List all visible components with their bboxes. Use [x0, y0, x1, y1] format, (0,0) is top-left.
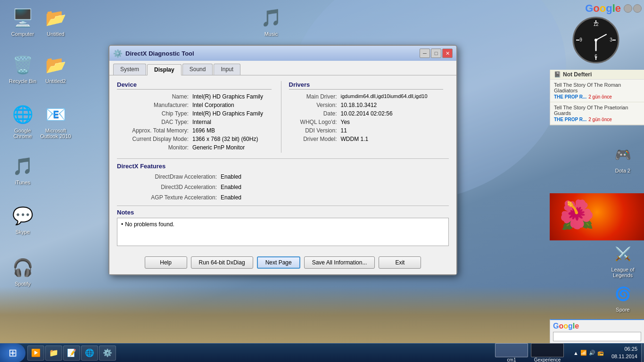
notes-title: Notes — [117, 209, 449, 216]
dx-directdraw-row: DirectDraw Acceleration: Enabled — [117, 173, 449, 180]
driver-model-row: Driver Model: WDDM 1.1 — [289, 136, 444, 142]
tab-display[interactable]: Display — [147, 64, 182, 75]
clock-display[interactable]: 06:25 08.11.2014 — [608, 346, 641, 360]
google-maximize-btn[interactable] — [633, 4, 642, 13]
close-button[interactable]: ✕ — [442, 49, 453, 58]
tab-system[interactable]: System — [113, 64, 146, 75]
desktop-icon-untitled[interactable]: 📂 Untitled — [37, 5, 74, 39]
drivers-section: Drivers Main Driver: igdumdim64.dll,igd1… — [285, 81, 449, 153]
desktop-icon-music[interactable]: 🎵 Music — [252, 5, 290, 39]
dialog-titlebar: ⚙️ DirectX Diagnostic Tool ─ □ ✕ — [109, 46, 456, 61]
device-section-title: Device — [117, 81, 272, 90]
drivers-section-title: Drivers — [289, 81, 444, 90]
save-all-button[interactable]: Save All Information... — [304, 256, 375, 269]
taskbar-btn-chrome-tray[interactable]: 🌐 — [81, 346, 98, 361]
dx-features-title: DirectX Features — [117, 163, 449, 170]
driver-date-row: Date: 10.02.2014 02:02:56 — [289, 110, 444, 117]
svg-text:6: 6 — [594, 54, 597, 59]
desktop-icon-spore[interactable]: 🌀 Spore — [604, 280, 642, 314]
desktop-icon-skype[interactable]: 💬 Skype — [4, 203, 41, 237]
device-displaymode-row: Current Display Mode: 644 x 362 (32 bit… — [117, 136, 272, 142]
google-logo-top: Google — [554, 2, 642, 16]
clock-widget: 12 3 6 9 — [572, 16, 619, 66]
taskbar-window-cm1-label: cm1 — [507, 357, 516, 362]
taskbar-btn-explorer[interactable]: 📁 — [45, 346, 62, 361]
notification-panel: 📓Not Defteri Tell The Story Of The Roman… — [550, 70, 644, 125]
desktop-icon-untitled2[interactable]: 📂 Untitled2 — [37, 52, 74, 86]
desktop-icon-itunes[interactable]: 🎵 iTunes — [4, 153, 41, 187]
taskbar-btn-word[interactable]: 📝 — [63, 346, 80, 361]
svg-text:9: 9 — [579, 37, 582, 42]
device-manufacturer-row: Manufacturer: Intel Corporation — [117, 102, 272, 108]
taskbar-window-gexperience-label: Gexperience — [534, 357, 561, 362]
notes-content: No problems found. — [125, 221, 174, 228]
desktop-icon-league[interactable]: ⚔️ League of Legends — [604, 240, 642, 280]
notif-header: 📓Not Defteri — [550, 70, 644, 80]
tab-sound[interactable]: Sound — [182, 64, 213, 75]
dialog-icon: ⚙️ — [113, 49, 123, 58]
device-dactype-row: DAC Type: Internal — [117, 119, 272, 125]
device-memory-row: Approx. Total Memory: 1696 MB — [117, 127, 272, 134]
taskbar-items: ▶️ 📁 📝 🌐 ⚙️ cm1 Gexperience — [25, 343, 570, 362]
tab-bar: System Display Sound Input — [109, 61, 456, 75]
google-minimize-btn[interactable] — [624, 4, 632, 13]
taskbar-btn-media-player[interactable]: ▶️ — [27, 346, 44, 361]
dx-agp-row: AGP Texture Acceleration: Enabled — [117, 194, 449, 201]
notif-source-2: THE PROP R... — [554, 117, 586, 122]
desktop-icon-spotify[interactable]: 🎧 Spotify — [4, 255, 41, 288]
google-search-input[interactable] — [553, 332, 641, 341]
svg-text:12: 12 — [593, 22, 599, 27]
section-divider — [281, 81, 281, 153]
svg-text:3: 3 — [610, 37, 612, 42]
device-monitor-row: Monitor: Generic PnP Monitor — [117, 144, 272, 151]
google-search-bottom: Google — [550, 319, 644, 343]
notif-item-1[interactable]: Tell The Story Of The Roman Gladiators T… — [550, 80, 644, 102]
taskbar: ⊞ ▶️ 📁 📝 🌐 ⚙️ cm1 Gexperience ▲ — [0, 343, 644, 362]
run64-button[interactable]: Run 64-bit DxDiag — [191, 256, 253, 269]
minimize-button[interactable]: ─ — [420, 49, 430, 58]
device-section: Device Name: Intel(R) HD Graphics Family… — [117, 81, 277, 153]
desktop-icon-recycle-bin[interactable]: 🗑️ Recycle Bin — [4, 52, 41, 86]
dialog-content: Device Name: Intel(R) HD Graphics Family… — [109, 75, 456, 252]
tray-speaker-icon: 📻 — [597, 350, 604, 356]
svg-point-11 — [594, 39, 597, 41]
taskbar-btn-directx[interactable]: ⚙️ — [99, 346, 116, 361]
driver-maindriver-row: Main Driver: igdumdim64.dll,igd10iumd64.… — [289, 93, 444, 100]
tray-network-icon[interactable]: 📶 — [580, 350, 587, 356]
device-name-row: Name: Intel(R) HD Graphics Family — [117, 93, 272, 100]
driver-ddi-row: DDI Version: 11 — [289, 127, 444, 134]
taskbar-window-gexperience[interactable]: Gexperience — [531, 343, 564, 362]
dialog-buttons: Help Run 64-bit DxDiag Next Page Save Al… — [109, 252, 456, 274]
show-desktop-button[interactable] — [641, 344, 644, 362]
dx-direct3d-row: Direct3D Acceleration: Enabled — [117, 184, 449, 190]
tray-expand-icon[interactable]: ▲ — [573, 350, 578, 356]
maximize-button[interactable]: □ — [431, 49, 441, 58]
desktop-icon-outlook[interactable]: 📧 Microsoft Outlook 2010 — [37, 101, 74, 141]
notif-title-1: Tell The Story Of The Roman Gladiators — [554, 82, 640, 93]
notes-box: • No problems found. — [117, 218, 449, 246]
notif-time-2: 2 gün önce — [588, 117, 612, 122]
clock-date: 08.11.2014 — [611, 353, 637, 360]
directx-dialog: ⚙️ DirectX Diagnostic Tool ─ □ ✕ System … — [108, 45, 457, 275]
notif-item-2[interactable]: Tell The Story Of The Praetorian Guards … — [550, 102, 644, 125]
clock-time: 06:25 — [611, 346, 637, 353]
next-page-button[interactable]: Next Page — [257, 256, 300, 269]
tab-input[interactable]: Input — [214, 64, 240, 75]
tray-volume-icon[interactable]: 🔊 — [589, 350, 595, 356]
dialog-controls: ─ □ ✕ — [420, 49, 453, 58]
notif-time-1: 2 gün önce — [588, 94, 612, 99]
driver-whql-row: WHQL Logo'd: Yes — [289, 119, 444, 125]
desktop-icon-chrome[interactable]: 🌐 Google Chrome — [4, 101, 41, 141]
start-button[interactable]: ⊞ — [0, 344, 25, 362]
notif-title-2: Tell The Story Of The Praetorian Guards — [554, 105, 640, 116]
exit-button[interactable]: Exit — [379, 256, 421, 269]
system-tray: ▲ 📶 🔊 📻 — [570, 350, 608, 356]
dx-features-section: DirectX Features DirectDraw Acceleration… — [117, 158, 449, 201]
desktop-icon-computer[interactable]: 🖥️ Computer — [4, 5, 41, 39]
google-logo-bottom: Google — [553, 322, 641, 330]
desktop-icon-dota2[interactable]: 🎮 Dota 2 — [604, 141, 642, 175]
help-button[interactable]: Help — [145, 256, 187, 269]
taskbar-window-cm1[interactable]: cm1 — [495, 343, 528, 362]
dialog-title: DirectX Diagnostic Tool — [125, 50, 194, 57]
notes-section: Notes • No problems found. — [117, 206, 449, 246]
